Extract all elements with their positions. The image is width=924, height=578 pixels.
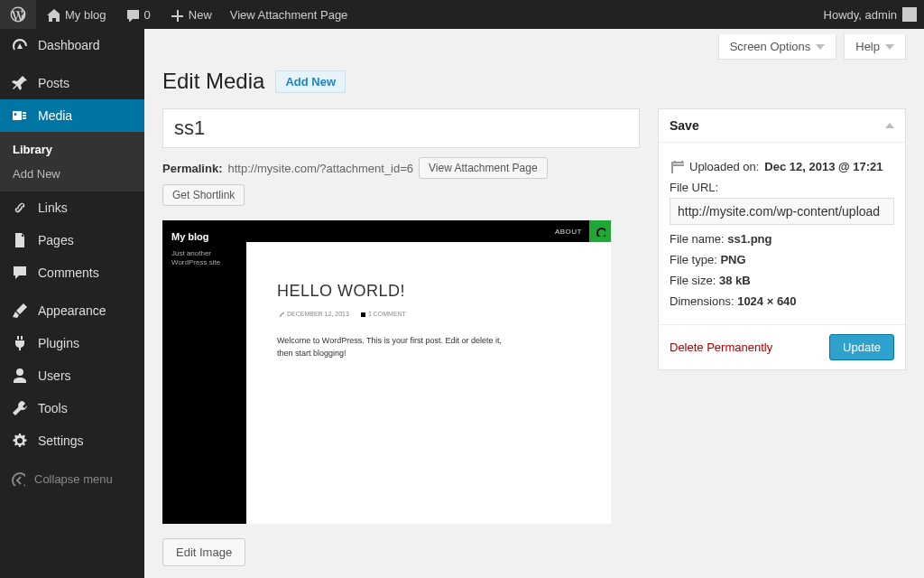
- comment-icon: [11, 264, 29, 282]
- brush-icon: [11, 302, 29, 320]
- update-button[interactable]: Update: [829, 334, 894, 360]
- search-icon: [595, 226, 605, 237]
- file-url-label: File URL:: [670, 181, 894, 194]
- wp-logo[interactable]: [0, 0, 36, 29]
- new-content-link[interactable]: New: [160, 0, 221, 29]
- link-icon: [11, 199, 29, 217]
- wordpress-icon: [9, 5, 27, 23]
- filetype-value: PNG: [720, 253, 745, 266]
- save-box: Save Uploaded on: Dec 12, 2013 @ 17:21 F…: [658, 108, 906, 370]
- chevron-down-icon: [816, 44, 825, 50]
- sidebar-item-posts[interactable]: Posts: [0, 67, 144, 99]
- help-tab[interactable]: Help: [844, 34, 906, 60]
- preview-blog-title: My blog: [171, 231, 237, 242]
- add-new-button[interactable]: Add New: [275, 70, 346, 93]
- page-icon: [11, 231, 29, 249]
- view-attachment-button[interactable]: View Attachment Page: [419, 157, 548, 179]
- preview-body: Welcome to WordPress. This is your first…: [277, 335, 512, 359]
- permalink-label: Permalink:: [162, 162, 222, 175]
- pin-icon: [11, 74, 29, 92]
- delete-permanently-link[interactable]: Delete Permanently: [670, 340, 772, 354]
- filesize-value: 38 kB: [719, 274, 751, 287]
- home-icon: [45, 7, 60, 22]
- preview-date: DECEMBER 12, 2013: [287, 311, 349, 317]
- attachment-title-input[interactable]: [162, 108, 640, 148]
- plus-icon: [169, 7, 183, 22]
- get-shortlink-button[interactable]: Get Shortlink: [162, 184, 245, 206]
- view-attachment-link[interactable]: View Attachment Page: [221, 0, 357, 29]
- admin-sidebar: Dashboard Posts Media Library Add New Li…: [0, 29, 144, 578]
- admin-bar: My blog 0 New View Attachment Page Howdy…: [0, 0, 924, 29]
- avatar: [902, 7, 917, 22]
- media-submenu: Library Add New: [0, 132, 144, 191]
- sidebar-item-users[interactable]: Users: [0, 359, 144, 392]
- preview-tagline: Just another WordPress site: [171, 249, 237, 268]
- sidebar-item-appearance[interactable]: Appearance: [0, 294, 144, 327]
- collapse-icon: [11, 471, 25, 486]
- preview-about-link: ABOUT: [548, 228, 589, 236]
- comment-icon: [358, 310, 365, 317]
- submenu-library[interactable]: Library: [0, 137, 144, 162]
- account-link[interactable]: Howdy, admin: [815, 0, 924, 29]
- save-box-title: Save: [670, 118, 699, 133]
- plug-icon: [11, 334, 29, 352]
- preview-search: [589, 220, 611, 242]
- screen-options-tab[interactable]: Screen Options: [718, 34, 837, 60]
- filename-value: ss1.png: [727, 232, 772, 246]
- submenu-add-new[interactable]: Add New: [0, 162, 144, 186]
- wrench-icon: [11, 399, 29, 417]
- preview-sidebar: My blog Just another WordPress site: [162, 220, 246, 524]
- comment-icon: [125, 7, 139, 22]
- page-title: Edit Media: [162, 69, 264, 94]
- sidebar-item-tools[interactable]: Tools: [0, 392, 144, 424]
- collapse-menu[interactable]: Collapse menu: [0, 462, 144, 495]
- calendar-icon: [670, 159, 684, 173]
- preview-heading: HELLO WORLD!: [277, 282, 580, 301]
- clock-icon: [277, 310, 284, 317]
- preview-comments: 1 COMMENT: [368, 311, 406, 317]
- sidebar-item-plugins[interactable]: Plugins: [0, 327, 144, 359]
- dashboard-icon: [11, 36, 29, 54]
- preview-topbar: ABOUT: [246, 220, 611, 242]
- attachment-preview: My blog Just another WordPress site ABOU…: [162, 220, 611, 524]
- sidebar-item-settings[interactable]: Settings: [0, 424, 144, 457]
- uploaded-label: Uploaded on:: [689, 160, 759, 173]
- save-box-header[interactable]: Save: [659, 109, 905, 143]
- filename-label: File name:: [670, 232, 725, 246]
- edit-image-button[interactable]: Edit Image: [162, 538, 245, 566]
- site-name: My blog: [65, 8, 106, 22]
- dimensions-label: Dimensions:: [670, 294, 735, 308]
- sidebar-item-comments[interactable]: Comments: [0, 256, 144, 289]
- howdy-text: Howdy, admin: [824, 8, 897, 22]
- content-area: Screen Options Help Edit Media Add New P…: [144, 29, 924, 578]
- comments-link[interactable]: 0: [116, 0, 160, 29]
- new-label: New: [189, 8, 212, 22]
- comments-count: 0: [144, 8, 151, 22]
- chevron-down-icon: [885, 44, 894, 50]
- filesize-label: File size:: [670, 274, 716, 287]
- sidebar-item-links[interactable]: Links: [0, 191, 144, 224]
- file-url-input[interactable]: [670, 198, 894, 225]
- permalink-url: http://mysite.com/?attachment_id=6: [227, 162, 413, 175]
- media-icon: [11, 107, 29, 125]
- site-name-link[interactable]: My blog: [36, 0, 116, 29]
- chevron-up-icon: [885, 123, 894, 128]
- preview-main: HELLO WORLD! DECEMBER 12, 2013 1 COMMENT…: [246, 242, 611, 524]
- sidebar-item-dashboard[interactable]: Dashboard: [0, 29, 144, 61]
- dimensions-value: 924 × 578: [737, 294, 796, 308]
- user-icon: [11, 367, 29, 385]
- sidebar-item-media[interactable]: Media: [0, 99, 144, 132]
- gear-icon: [11, 432, 29, 450]
- uploaded-value: Dec 12, 2013 @ 17:21: [764, 160, 882, 173]
- filetype-label: File type:: [670, 253, 717, 266]
- sidebar-item-pages[interactable]: Pages: [0, 224, 144, 256]
